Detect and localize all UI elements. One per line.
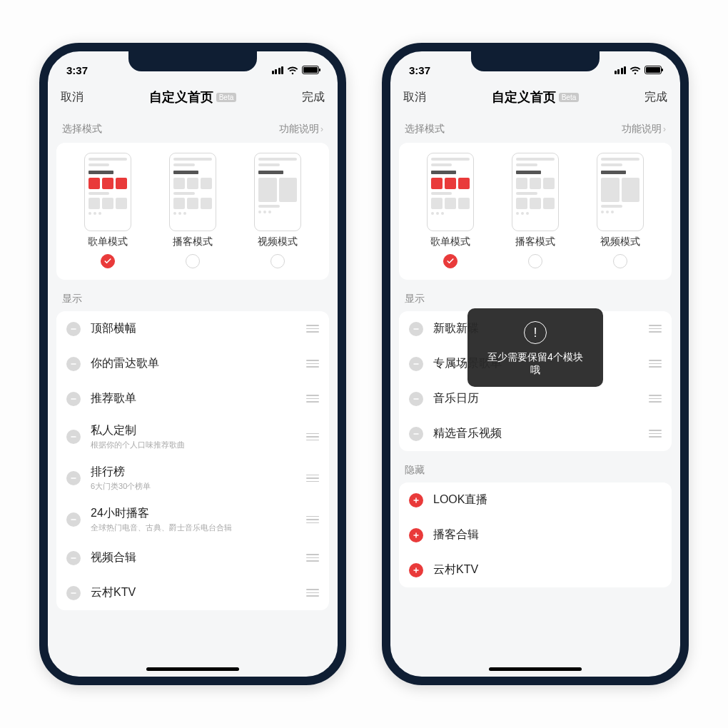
svg-rect-7: [71, 592, 76, 594]
hidden-section-label: 隐藏: [399, 451, 672, 482]
remove-icon[interactable]: [409, 427, 423, 441]
remove-icon[interactable]: [66, 471, 81, 485]
drag-handle-icon[interactable]: [306, 475, 319, 482]
beta-badge: Beta: [216, 93, 237, 102]
svg-rect-15: [415, 532, 417, 538]
remove-icon[interactable]: [66, 586, 81, 600]
svg-rect-17: [415, 567, 417, 573]
radio-checked-icon[interactable]: [101, 254, 115, 268]
mode-option-podcast[interactable]: 播客模式: [493, 153, 577, 268]
battery-icon: [644, 66, 662, 74]
list-item[interactable]: 视频合辑: [56, 540, 329, 575]
svg-rect-10: [413, 398, 419, 400]
list-item[interactable]: 你的雷达歌单: [56, 346, 329, 381]
mode-section-title: 选择模式: [62, 123, 102, 136]
item-title: 播客合辑: [433, 527, 662, 542]
toast-text: 至少需要保留4个模块哦: [485, 351, 586, 377]
svg-rect-8: [413, 328, 419, 330]
item-title: 音乐日历: [433, 391, 639, 406]
radio-icon[interactable]: [271, 254, 285, 268]
wifi-icon: [287, 66, 298, 74]
remove-icon[interactable]: [409, 357, 423, 371]
battery-icon: [302, 66, 319, 74]
mode-card: 歌单模式 播客模式: [56, 143, 329, 280]
list-item[interactable]: 精选音乐视频: [399, 416, 672, 451]
remove-icon[interactable]: [66, 357, 81, 371]
remove-icon[interactable]: [66, 512, 81, 527]
navbar: 取消 自定义首页 Beta 完成: [390, 83, 680, 116]
list-item[interactable]: 推荐歌单: [56, 381, 329, 416]
beta-badge: Beta: [559, 93, 580, 102]
navbar: 取消 自定义首页 Beta 完成: [48, 83, 338, 116]
svg-rect-6: [71, 557, 76, 559]
status-time: 3:37: [409, 64, 430, 76]
drag-handle-icon[interactable]: [649, 430, 662, 438]
svg-rect-0: [71, 328, 76, 330]
signal-icon: [615, 66, 627, 74]
item-title: 你的雷达歌单: [91, 356, 296, 371]
radio-icon[interactable]: [528, 254, 542, 268]
list-item[interactable]: 顶部横幅: [56, 311, 329, 346]
phone-left: 3:37 取消 自定义首页 Beta 完成 选择模式 功能说明›: [39, 43, 346, 685]
list-item[interactable]: 播客合辑: [399, 517, 672, 552]
list-item[interactable]: 云村KTV: [399, 552, 672, 587]
drag-handle-icon[interactable]: [306, 589, 319, 597]
mode-option-video[interactable]: 视频模式: [578, 153, 662, 268]
radio-icon[interactable]: [613, 254, 627, 268]
drag-handle-icon[interactable]: [306, 516, 319, 524]
hidden-list: LOOK直播播客合辑云村KTV: [399, 482, 672, 587]
drag-handle-icon[interactable]: [306, 395, 319, 403]
svg-rect-13: [415, 497, 417, 503]
remove-icon[interactable]: [409, 392, 423, 406]
toast: ! 至少需要保留4个模块哦: [467, 308, 603, 387]
item-subtitle: 全球热门电音、古典、爵士音乐电台合辑: [91, 522, 296, 533]
cancel-button[interactable]: 取消: [61, 90, 95, 105]
done-button[interactable]: 完成: [633, 90, 667, 105]
display-section-label: 显示: [56, 280, 329, 311]
done-button[interactable]: 完成: [290, 90, 325, 105]
svg-rect-11: [413, 433, 419, 435]
list-item[interactable]: 私人定制根据你的个人口味推荐歌曲: [56, 416, 329, 457]
list-item[interactable]: 排行榜6大门类30个榜单: [56, 457, 329, 499]
drag-handle-icon[interactable]: [306, 360, 319, 368]
add-icon[interactable]: [409, 563, 423, 577]
remove-icon[interactable]: [66, 322, 81, 336]
help-link[interactable]: 功能说明›: [622, 123, 666, 136]
mode-option-playlist[interactable]: 歌单模式: [66, 153, 150, 268]
drag-handle-icon[interactable]: [649, 360, 662, 368]
list-item[interactable]: 24小时播客全球热门电音、古典、爵士音乐电台合辑: [56, 499, 329, 540]
svg-rect-9: [413, 363, 419, 365]
item-title: 云村KTV: [433, 562, 662, 577]
mode-option-podcast[interactable]: 播客模式: [151, 153, 235, 268]
mode-option-video[interactable]: 视频模式: [236, 153, 320, 268]
list-item[interactable]: 云村KTV: [56, 575, 329, 610]
cancel-button[interactable]: 取消: [403, 90, 438, 105]
drag-handle-icon[interactable]: [649, 325, 662, 333]
page-title: 自定义首页 Beta: [492, 89, 580, 106]
drag-handle-icon[interactable]: [306, 554, 319, 562]
svg-rect-1: [71, 363, 76, 365]
add-icon[interactable]: [409, 493, 423, 507]
remove-icon[interactable]: [66, 392, 81, 406]
remove-icon[interactable]: [66, 430, 81, 444]
svg-rect-3: [71, 436, 76, 438]
radio-icon[interactable]: [186, 254, 200, 268]
home-indicator[interactable]: [146, 667, 239, 671]
notch: [128, 51, 257, 71]
drag-handle-icon[interactable]: [306, 433, 319, 441]
phone-right: 3:37 取消 自定义首页 Beta 完成 选择模式 功能说明›: [382, 43, 689, 685]
list-item[interactable]: LOOK直播: [399, 482, 672, 517]
home-indicator[interactable]: [489, 667, 582, 671]
remove-icon[interactable]: [409, 322, 423, 336]
chevron-right-icon: ›: [320, 124, 323, 134]
mode-option-playlist[interactable]: 歌单模式: [408, 153, 492, 268]
svg-rect-5: [71, 519, 76, 520]
radio-checked-icon[interactable]: [443, 254, 457, 268]
drag-handle-icon[interactable]: [649, 395, 662, 403]
item-subtitle: 根据你的个人口味推荐歌曲: [91, 440, 296, 450]
item-subtitle: 6大门类30个榜单: [91, 481, 296, 492]
drag-handle-icon[interactable]: [306, 325, 319, 333]
remove-icon[interactable]: [66, 551, 81, 565]
add-icon[interactable]: [409, 528, 423, 542]
help-link[interactable]: 功能说明›: [279, 123, 323, 136]
